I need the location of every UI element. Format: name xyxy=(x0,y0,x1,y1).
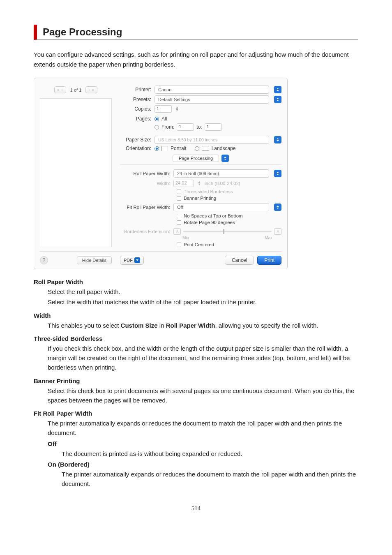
def-roll-paper-width-2: Select the width that matches the width … xyxy=(48,297,358,307)
term-width: Width xyxy=(34,312,358,319)
chevron-updown-icon[interactable] xyxy=(274,204,281,211)
pages-all-label: All xyxy=(161,116,167,122)
paper-size-label: Paper Size: xyxy=(120,137,154,143)
orientation-portrait-radio[interactable] xyxy=(154,146,159,151)
chevron-updown-icon[interactable] xyxy=(274,96,281,103)
def-three-sided: If you check this check box, and the wid… xyxy=(48,344,358,372)
page-title: Page Processing xyxy=(43,26,358,38)
copies-stepper[interactable]: ▲▼ xyxy=(174,105,180,113)
page-number: 514 xyxy=(34,505,358,512)
def-on-bordered: The printer automatically expands or red… xyxy=(62,469,358,489)
landscape-icon xyxy=(202,146,209,151)
help-button[interactable]: ? xyxy=(40,256,48,264)
pages-label: Pages: xyxy=(120,116,154,122)
print-centered-checkbox[interactable] xyxy=(177,243,181,247)
print-dialog: « ‹ 1 of 1 › » Printer: Canon Presets: D… xyxy=(34,78,288,269)
portrait-icon xyxy=(161,146,168,151)
width-stepper: ▲▼ xyxy=(196,180,202,187)
definition-list: Roll Paper Width Select the roll paper w… xyxy=(34,278,358,488)
width-input: 24.02 xyxy=(173,180,194,187)
nav-first-button[interactable]: « ‹ xyxy=(54,86,66,93)
cancel-button[interactable]: Cancel xyxy=(225,256,254,265)
pdf-button[interactable]: PDF xyxy=(120,256,144,265)
orientation-portrait-label: Portrait xyxy=(171,146,187,151)
rotate90-label: Rotate Page 90 degrees xyxy=(184,220,235,225)
slider-min-label: Min xyxy=(182,236,189,240)
dialog-left-pane: « ‹ 1 of 1 › » xyxy=(40,84,112,247)
term-on-bordered: On (Bordered) xyxy=(48,461,358,468)
def-banner-printing: Select this check box to print documents… xyxy=(48,386,358,405)
def-roll-paper-width-1: Select the roll paper width. xyxy=(48,287,358,296)
slider-max-label: Max xyxy=(265,236,272,240)
pages-all-radio[interactable] xyxy=(154,117,159,121)
borderless-ext-label: Borderless Extension: xyxy=(120,228,173,234)
three-sided-checkbox xyxy=(177,190,181,194)
no-spaces-label: No Spaces at Top or Bottom xyxy=(184,213,243,218)
hide-details-button[interactable]: Hide Details xyxy=(77,256,112,264)
term-three-sided: Three-sided Borderless xyxy=(34,335,358,342)
fit-roll-select[interactable]: Off xyxy=(173,203,269,211)
printer-label: Printer: xyxy=(120,87,154,92)
chevron-updown-icon[interactable] xyxy=(221,155,229,162)
term-banner-printing: Banner Printing xyxy=(34,377,358,384)
copies-input[interactable]: 1 xyxy=(154,105,172,113)
def-width: This enables you to select Custom Size i… xyxy=(48,321,358,330)
chevron-down-icon xyxy=(134,257,140,263)
fit-roll-label: Fit Roll Paper Width: xyxy=(120,205,173,210)
presets-select[interactable]: Default Settings xyxy=(154,95,269,104)
banner-label: Banner Printing xyxy=(184,196,216,201)
print-centered-label: Print Centered xyxy=(184,242,214,247)
person-max-icon: ♙ xyxy=(274,228,281,235)
nav-last-button[interactable]: › » xyxy=(85,86,97,93)
rotate90-checkbox[interactable] xyxy=(177,220,181,225)
term-roll-paper-width: Roll Paper Width xyxy=(34,278,358,285)
def-off: The document is printed as-is without be… xyxy=(62,449,358,458)
pages-to-label: to: xyxy=(196,124,202,130)
width-unit: inch (8.00-24.02) xyxy=(205,181,240,186)
def-fit-roll-paper-width: The printer automatically expands or red… xyxy=(48,419,358,438)
nested-definition-list: Off The document is printed as-is withou… xyxy=(48,440,358,489)
printer-select[interactable]: Canon xyxy=(154,86,269,94)
orientation-landscape-radio[interactable] xyxy=(195,146,199,151)
copies-label: Copies: xyxy=(120,106,154,112)
print-preview xyxy=(40,98,112,247)
paper-size-select[interactable]: US Letter 8.50 by 11.00 inches xyxy=(154,136,269,144)
pages-from-input[interactable]: 1 xyxy=(177,123,194,131)
borderless-slider xyxy=(183,231,272,232)
page-indicator: 1 of 1 xyxy=(70,88,82,92)
print-button[interactable]: Print xyxy=(257,256,281,265)
intro-text: You can configure advanced settings, suc… xyxy=(34,50,358,69)
orientation-label: Orientation: xyxy=(120,146,154,151)
pages-from-label: From: xyxy=(161,124,174,130)
term-off: Off xyxy=(48,440,358,447)
roll-paper-width-label: Roll Paper Width: xyxy=(120,171,173,176)
three-sided-label: Three-sided Borderless xyxy=(184,189,233,194)
orientation-landscape-label: Landscape xyxy=(212,146,236,151)
width-label: Width: xyxy=(120,181,173,186)
chevron-updown-icon[interactable] xyxy=(274,136,281,143)
chevron-updown-icon[interactable] xyxy=(274,170,281,177)
chevron-updown-icon[interactable] xyxy=(274,86,281,93)
section-select[interactable]: Page Processing xyxy=(173,155,219,162)
pages-from-radio[interactable] xyxy=(154,125,159,130)
dialog-right-pane: Printer: Canon Presets: Default Settings… xyxy=(112,84,281,247)
banner-checkbox[interactable] xyxy=(177,196,181,201)
pages-to-input[interactable]: 1 xyxy=(205,123,222,131)
presets-label: Presets: xyxy=(120,97,154,102)
person-min-icon: ♙ xyxy=(173,228,181,235)
term-fit-roll-paper-width: Fit Roll Paper Width xyxy=(34,410,358,417)
roll-paper-width-select[interactable]: 24 in Roll (609.6mm) xyxy=(173,169,269,178)
no-spaces-checkbox[interactable] xyxy=(177,214,181,218)
